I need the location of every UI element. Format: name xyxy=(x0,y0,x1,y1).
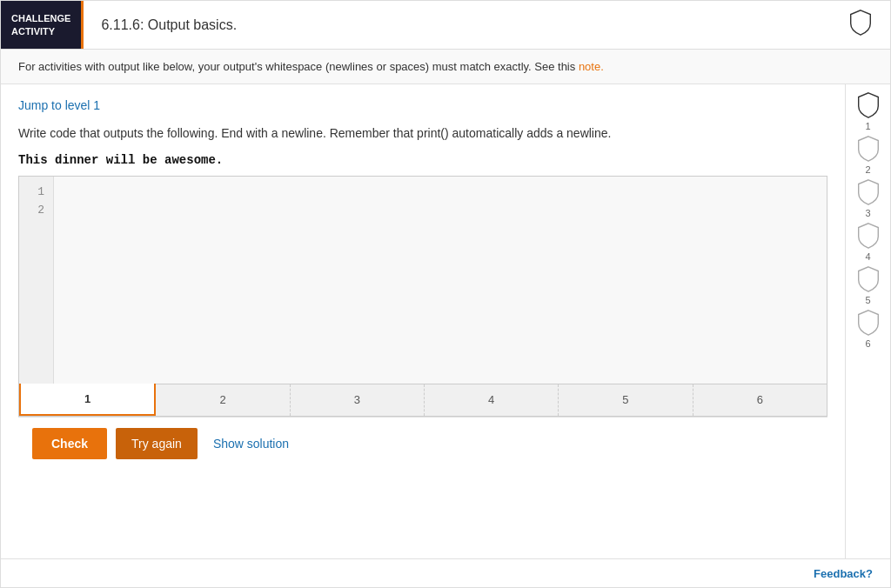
header: CHALLENGE ACTIVITY 6.11.6: Output basics… xyxy=(1,1,890,50)
level-tab-3[interactable]: 3 xyxy=(291,384,425,416)
badge-item-3[interactable]: 3 xyxy=(856,178,881,218)
code-editor[interactable]: 1 2 xyxy=(18,176,827,384)
show-solution-button[interactable]: Show solution xyxy=(206,428,296,459)
badge-item-1[interactable]: 1 xyxy=(856,91,881,131)
challenge-line1: CHALLENGE xyxy=(11,12,70,24)
code-input[interactable] xyxy=(54,177,827,384)
badge-item-6[interactable]: 6 xyxy=(856,309,881,349)
badge-shield-2-icon xyxy=(856,135,881,163)
bottom-bar: Check Try again Show solution xyxy=(18,417,827,470)
level-tab-6[interactable]: 6 xyxy=(693,384,827,416)
badge-num-1: 1 xyxy=(865,121,870,131)
line-num-2: 2 xyxy=(28,202,44,220)
level-tab-2[interactable]: 2 xyxy=(156,384,290,416)
badge-item-5[interactable]: 5 xyxy=(856,265,881,305)
right-sidebar: 1 2 3 4 xyxy=(845,84,890,558)
badge-num-4: 4 xyxy=(865,251,870,262)
badge-num-3: 3 xyxy=(865,208,870,218)
badge-num-2: 2 xyxy=(865,164,870,175)
footer: Feedback? xyxy=(1,558,890,587)
level-tab-1[interactable]: 1 xyxy=(19,384,156,416)
badge-shield-5-icon xyxy=(856,265,881,293)
header-badge-icon xyxy=(848,9,876,42)
check-button[interactable]: Check xyxy=(32,428,107,459)
badge-shield-1-icon xyxy=(856,91,881,119)
info-text-before: For activities with output like below, y… xyxy=(18,60,579,73)
note-link[interactable]: note. xyxy=(579,60,604,73)
try-again-button[interactable]: Try again xyxy=(116,428,198,459)
instruction-text: Write code that outputs the following. E… xyxy=(18,124,827,143)
info-bar: For activities with output like below, y… xyxy=(1,50,890,84)
page-title: 6.11.6: Output basics. xyxy=(84,17,848,33)
expected-output: This dinner will be awesome. xyxy=(18,153,827,167)
badge-shield-3-icon xyxy=(856,178,881,206)
badge-shield-4-icon xyxy=(856,222,881,250)
content-area: Jump to level 1 Write code that outputs … xyxy=(1,84,890,558)
badge-shield-6-icon xyxy=(856,309,881,337)
main-content: Jump to level 1 Write code that outputs … xyxy=(1,84,845,558)
badge-num-6: 6 xyxy=(865,338,870,349)
level-tabs: 1 2 3 4 5 6 xyxy=(18,384,827,417)
feedback-link[interactable]: Feedback? xyxy=(814,567,873,580)
badge-num-5: 5 xyxy=(865,295,870,305)
challenge-label: CHALLENGE ACTIVITY xyxy=(1,1,84,49)
shield-header-icon xyxy=(848,9,873,37)
badge-item-4[interactable]: 4 xyxy=(856,222,881,262)
line-num-1: 1 xyxy=(28,184,44,202)
level-tab-4[interactable]: 4 xyxy=(425,384,559,416)
line-numbers: 1 2 xyxy=(19,177,54,384)
challenge-line2: ACTIVITY xyxy=(11,25,70,37)
badge-item-2[interactable]: 2 xyxy=(856,135,881,175)
level-tab-5[interactable]: 5 xyxy=(559,384,693,416)
jump-to-level-link[interactable]: Jump to level 1 xyxy=(18,98,827,112)
